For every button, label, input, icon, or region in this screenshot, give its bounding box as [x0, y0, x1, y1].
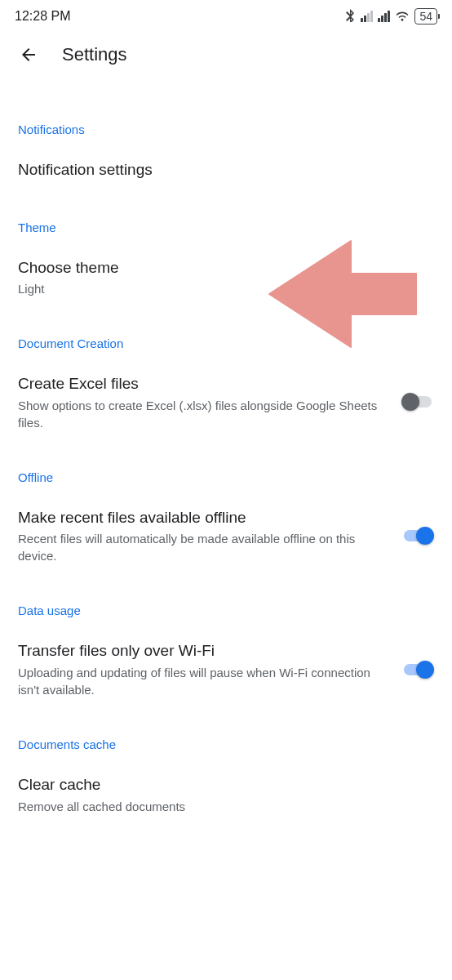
create-excel-subtitle: Show options to create Excel (.xlsx) fil…	[18, 397, 385, 431]
offline-files-title: Make recent files available offline	[18, 507, 385, 529]
offline-files-toggle[interactable]	[401, 526, 434, 546]
section-header-data-usage: Data usage	[18, 604, 434, 617]
status-time: 12:28 PM	[15, 9, 70, 24]
section-header-offline: Offline	[18, 470, 434, 484]
section-header-notifications: Notifications	[18, 122, 434, 136]
wifi-only-subtitle: Uploading and updating of files will pau…	[18, 664, 385, 698]
notification-settings-title: Notification settings	[18, 159, 418, 181]
wifi-icon	[395, 10, 410, 24]
section-theme: Theme Choose theme Light	[0, 220, 452, 298]
notification-settings-item[interactable]: Notification settings	[18, 159, 434, 181]
clear-cache-item[interactable]: Clear cache Remove all cached documents	[18, 774, 434, 815]
offline-files-item[interactable]: Make recent files available offline Rece…	[18, 507, 434, 565]
offline-files-subtitle: Recent files will automatically be made …	[18, 530, 385, 564]
battery-icon: 54	[414, 8, 437, 24]
wifi-only-title: Transfer files only over Wi-Fi	[18, 640, 385, 662]
create-excel-toggle[interactable]	[401, 392, 434, 412]
create-excel-item[interactable]: Create Excel files Show options to creat…	[18, 373, 434, 431]
clear-cache-title: Clear cache	[18, 774, 418, 796]
section-header-documents-cache: Documents cache	[18, 737, 434, 751]
status-bar: 12:28 PM 54	[0, 0, 452, 33]
section-document-creation: Document Creation Create Excel files Sho…	[0, 336, 452, 431]
section-notifications: Notifications Notification settings	[0, 122, 452, 181]
choose-theme-item[interactable]: Choose theme Light	[18, 257, 434, 298]
page-title: Settings	[62, 44, 127, 65]
choose-theme-subtitle: Light	[18, 280, 418, 297]
signal-bars-2-icon	[378, 11, 390, 22]
back-button[interactable]	[18, 44, 39, 65]
wifi-only-item[interactable]: Transfer files only over Wi-Fi Uploading…	[18, 640, 434, 698]
bluetooth-icon	[344, 9, 356, 24]
status-icons: 54	[344, 8, 437, 24]
create-excel-title: Create Excel files	[18, 373, 385, 395]
arrow-back-icon	[19, 45, 38, 65]
section-data-usage: Data usage Transfer files only over Wi-F…	[0, 604, 452, 698]
wifi-only-toggle[interactable]	[401, 660, 434, 679]
section-header-document-creation: Document Creation	[18, 336, 434, 350]
app-header: Settings	[0, 33, 452, 82]
section-header-theme: Theme	[18, 220, 434, 234]
section-offline: Offline Make recent files available offl…	[0, 470, 452, 565]
clear-cache-subtitle: Remove all cached documents	[18, 798, 418, 815]
choose-theme-title: Choose theme	[18, 257, 418, 279]
section-documents-cache: Documents cache Clear cache Remove all c…	[0, 737, 452, 815]
signal-bars-1-icon	[361, 11, 373, 22]
